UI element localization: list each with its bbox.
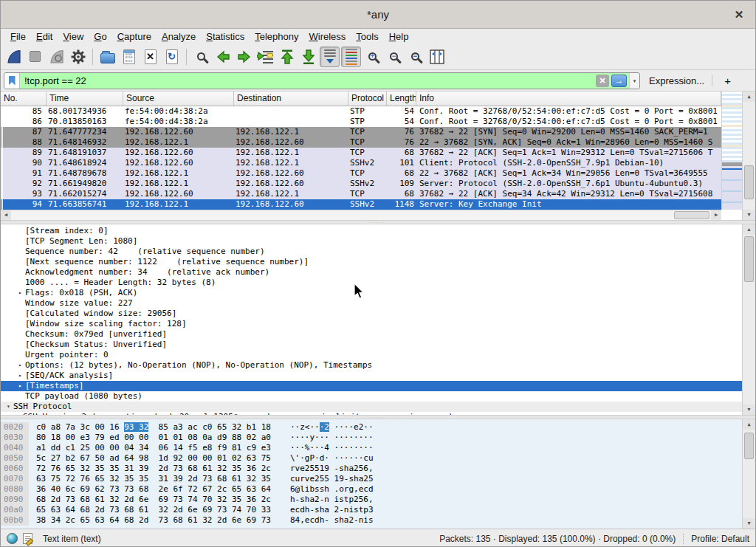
scroll-left-icon[interactable]: ◀ [1, 210, 11, 220]
col-time[interactable]: Time [47, 92, 123, 106]
hex-ascii[interactable]: h-sha2-n istp256, [280, 495, 374, 505]
packet-row[interactable]: 9271.661949820192.168.122.1192.168.122.6… [1, 179, 721, 189]
menu-analyze[interactable]: Analyze [157, 30, 201, 43]
scroll-up-icon[interactable]: ▲ [743, 419, 755, 430]
packet-row-selected[interactable]: 9471.663856741192.168.122.1192.168.122.6… [1, 199, 721, 210]
filter-clear-icon[interactable]: ✕ [596, 75, 609, 87]
hex-bytes[interactable]: 65 63 64 68 2d 73 68 61 32 2d 6e 69 73 7… [29, 505, 280, 515]
start-capture-icon[interactable] [4, 47, 24, 67]
resize-columns-icon[interactable] [427, 47, 447, 67]
hex-bytes[interactable]: 63 75 72 76 65 32 35 35 31 39 2d 73 68 6… [29, 474, 280, 484]
hex-ascii[interactable]: ···%···4 ········ [280, 443, 374, 453]
detail-line[interactable]: 1000 .... = Header Length: 32 bytes (8) [1, 278, 742, 288]
stop-capture-icon[interactable] [25, 47, 45, 67]
expanded-expander-icon[interactable]: ▾ [4, 402, 13, 412]
capture-options-icon[interactable] [68, 47, 88, 67]
detail-line[interactable]: Window size value: 227 [1, 298, 742, 309]
save-file-icon[interactable]: 010101100113 [119, 47, 139, 67]
hex-ascii[interactable]: 84,ecdh- sha2-nis [280, 515, 374, 526]
menu-edit[interactable]: Edit [31, 30, 58, 43]
expert-info-icon[interactable] [7, 533, 18, 544]
detail-line[interactable]: Acknowledgment number: 34 (relative ack … [1, 267, 742, 278]
detail-line-selected[interactable]: ▸[Timestamps] [1, 381, 742, 391]
hex-row[interactable]: 00a065 63 64 68 2d 73 68 61 32 2d 6e 69 … [1, 505, 742, 515]
menu-view[interactable]: View [58, 30, 89, 43]
display-filter-input[interactable]: !tcp.port == 22 ✕ → ▾ [4, 72, 640, 89]
restart-capture-icon[interactable] [47, 47, 66, 67]
zoom-out-icon[interactable]: − [384, 47, 404, 67]
menu-help[interactable]: Help [384, 30, 414, 43]
close-file-icon[interactable]: ✕ [140, 47, 160, 67]
menu-capture[interactable]: Capture [112, 30, 157, 43]
first-packet-icon[interactable] [277, 47, 297, 67]
hex-bytes[interactable]: 36 40 6c 69 62 73 73 68 2e 6f 72 67 2c 6… [29, 484, 280, 495]
col-source[interactable]: Source [123, 92, 234, 106]
detail-line[interactable]: ▸Flags: 0x018 (PSH, ACK) [1, 288, 742, 298]
scroll-up-icon[interactable]: ▲ [743, 224, 755, 235]
go-to-packet-icon[interactable] [255, 47, 275, 67]
scroll-down-icon[interactable]: ▼ [743, 210, 755, 220]
detail-line[interactable]: Sequence number: 42 (relative sequence n… [1, 247, 742, 257]
details-vscrollbar[interactable]: ▲ ▼ [742, 224, 755, 415]
packet-row[interactable]: 8670.013850163fe:54:00:d4:38:2aSTP54Conf… [1, 117, 721, 127]
detail-line[interactable]: [Calculated window size: 29056] [1, 309, 742, 319]
filter-dropdown-icon[interactable]: ▾ [629, 73, 639, 89]
detail-line[interactable]: [Window size scaling factor: 128] [1, 319, 742, 329]
hex-row[interactable]: 007063 75 72 76 65 32 35 35 31 39 2d 73 … [1, 474, 742, 484]
collapsed-expander-icon[interactable]: ▸ [16, 381, 25, 391]
open-file-icon[interactable] [97, 47, 117, 67]
hex-vscrollbar[interactable]: ▲ ▼ [742, 419, 755, 529]
hex-ascii[interactable]: curve255 19-sha25 [280, 474, 374, 484]
hex-bytes[interactable]: 72 76 65 32 35 35 31 39 2d 73 68 61 32 3… [29, 464, 280, 474]
intelligent-scrollbar-minimap[interactable] [721, 92, 742, 210]
hex-bytes[interactable]: 5c 27 b2 67 50 ad 64 98 1d 92 00 00 01 0… [29, 453, 280, 464]
packet-row[interactable]: 8871.648146932192.168.122.1192.168.122.6… [1, 137, 721, 148]
reload-file-icon[interactable]: ↻ [162, 47, 182, 67]
menu-go[interactable]: Go [89, 30, 111, 43]
detail-line[interactable]: ▸SSH Version 2 (encryption:chacha20-poly… [1, 412, 742, 415]
collapsed-expander-icon[interactable]: ▸ [16, 371, 25, 381]
packet-row[interactable]: 9371.662015274192.168.122.60192.168.122.… [1, 189, 721, 199]
hex-row[interactable]: 0040a1 dd c1 25 00 00 04 34 06 14 f5 e8 … [1, 443, 742, 453]
hex-ascii[interactable]: ····y··· ········ [280, 433, 374, 443]
hex-bytes[interactable]: a1 dd c1 25 00 00 04 34 06 14 f5 e8 f9 8… [29, 443, 280, 453]
filter-value[interactable]: !tcp.port == 22 [20, 75, 596, 86]
scroll-down-icon[interactable]: ▼ [743, 518, 755, 529]
detail-line[interactable]: ▸Options: (12 bytes), No-Operation (NOP)… [1, 360, 742, 371]
col-info[interactable]: Info [416, 92, 721, 106]
packet-row[interactable]: 8771.647777234192.168.122.60192.168.122.… [1, 127, 721, 137]
packet-list-hscrollbar[interactable]: ◀ ▶ [1, 210, 721, 220]
scroll-down-icon[interactable]: ▼ [743, 405, 755, 415]
colorize-icon[interactable] [341, 47, 361, 67]
menu-file[interactable]: File [5, 30, 31, 43]
menu-tools[interactable]: Tools [351, 30, 383, 43]
hex-ascii[interactable]: 6@libssh .org,ecd [280, 484, 374, 495]
detail-line[interactable]: ▸[SEQ/ACK analysis] [1, 371, 742, 381]
hex-row[interactable]: 008036 40 6c 69 62 73 73 68 2e 6f 72 67 … [1, 484, 742, 495]
last-packet-icon[interactable] [298, 47, 318, 67]
packet-list-header[interactable]: No. Time Source Destination Protocol Len… [1, 92, 721, 106]
hex-row[interactable]: 009068 2d 73 68 61 32 2d 6e 69 73 74 70 … [1, 495, 742, 505]
detail-line[interactable]: [Next sequence number: 1122 (relative se… [1, 257, 742, 267]
hex-ascii[interactable]: \'·gP·d· ······cu [280, 453, 374, 464]
next-packet-icon[interactable] [234, 47, 254, 67]
collapsed-expander-icon[interactable]: ▸ [16, 360, 25, 371]
filter-apply-icon[interactable]: → [611, 75, 627, 87]
detail-line[interactable]: ▾SSH Protocol [1, 402, 742, 412]
packet-row[interactable]: 9071.648618924192.168.122.60192.168.122.… [1, 158, 721, 168]
menu-telephony[interactable]: Telephony [250, 30, 303, 43]
zoom-in-icon[interactable]: + [362, 47, 382, 67]
col-protocol[interactable]: Protocol [348, 92, 387, 106]
detail-line[interactable]: TCP payload (1080 bytes) [1, 391, 742, 402]
detail-line[interactable]: Urgent pointer: 0 [1, 350, 742, 360]
profile-text[interactable]: Profile: Default [691, 534, 749, 544]
detail-line[interactable]: [Checksum Status: Unverified] [1, 340, 742, 350]
capture-comment-icon[interactable] [23, 533, 32, 544]
auto-scroll-icon[interactable] [320, 47, 340, 67]
close-icon[interactable]: ✕ [732, 7, 746, 22]
filter-bookmark-icon[interactable] [4, 73, 20, 89]
menu-statistics[interactable]: Statistics [201, 30, 250, 43]
collapsed-expander-icon[interactable]: ▸ [16, 288, 25, 298]
hex-bytes[interactable]: 80 18 00 e3 79 ed 00 00 01 01 08 0a d9 8… [29, 433, 280, 443]
hex-bytes[interactable]: 68 2d 73 68 61 32 2d 6e 69 73 74 70 32 3… [29, 495, 280, 505]
